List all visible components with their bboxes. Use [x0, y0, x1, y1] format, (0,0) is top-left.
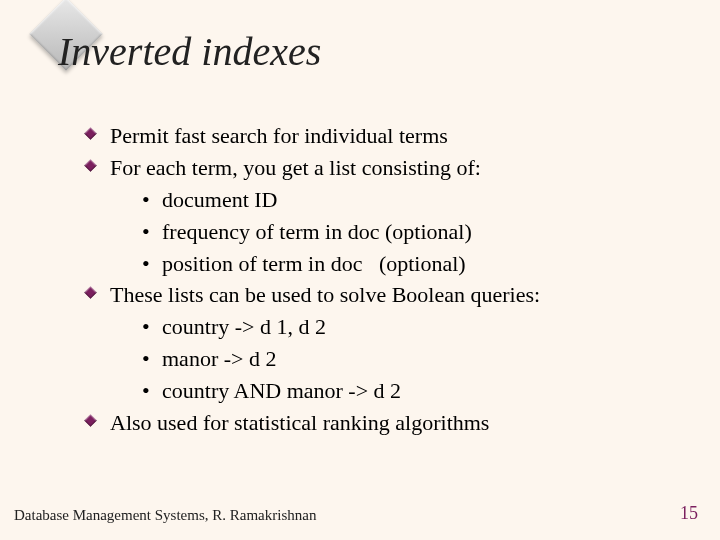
bullet-item: Permit fast search for individual terms [86, 120, 680, 152]
dot-bullet-icon: • [142, 343, 162, 375]
bullet-text: For each term, you get a list consisting… [110, 152, 481, 184]
sub-bullet-item: • country -> d 1, d 2 [86, 311, 680, 343]
bullet-item: These lists can be used to solve Boolean… [86, 279, 680, 311]
bullet-item: Also used for statistical ranking algori… [86, 407, 680, 439]
dot-bullet-icon: • [142, 184, 162, 216]
bullet-text: These lists can be used to solve Boolean… [110, 279, 540, 311]
sub-bullet-item: • manor -> d 2 [86, 343, 680, 375]
diamond-bullet-icon [86, 279, 110, 297]
slide-title: Inverted indexes [58, 28, 321, 75]
diamond-bullet-icon [86, 152, 110, 170]
sub-bullet-item: • frequency of term in doc (optional) [86, 216, 680, 248]
dot-bullet-icon: • [142, 375, 162, 407]
diamond-bullet-icon [86, 407, 110, 425]
dot-bullet-icon: • [142, 248, 162, 280]
footer-text: Database Management Systems, R. Ramakris… [14, 507, 316, 524]
bullet-text: Permit fast search for individual terms [110, 120, 448, 152]
dot-bullet-icon: • [142, 311, 162, 343]
bullet-item: For each term, you get a list consisting… [86, 152, 680, 184]
slide-body: Permit fast search for individual terms … [86, 120, 680, 439]
sub-bullet-text: position of term in doc (optional) [162, 248, 466, 280]
sub-bullet-text: country -> d 1, d 2 [162, 311, 326, 343]
sub-bullet-item: • document ID [86, 184, 680, 216]
sub-bullet-text: document ID [162, 184, 277, 216]
sub-bullet-text: country AND manor -> d 2 [162, 375, 401, 407]
dot-bullet-icon: • [142, 216, 162, 248]
sub-bullet-text: manor -> d 2 [162, 343, 276, 375]
sub-bullet-item: • position of term in doc (optional) [86, 248, 680, 280]
sub-bullet-text: frequency of term in doc (optional) [162, 216, 472, 248]
sub-bullet-item: • country AND manor -> d 2 [86, 375, 680, 407]
diamond-bullet-icon [86, 120, 110, 138]
bullet-text: Also used for statistical ranking algori… [110, 407, 489, 439]
slide-number: 15 [680, 503, 698, 524]
